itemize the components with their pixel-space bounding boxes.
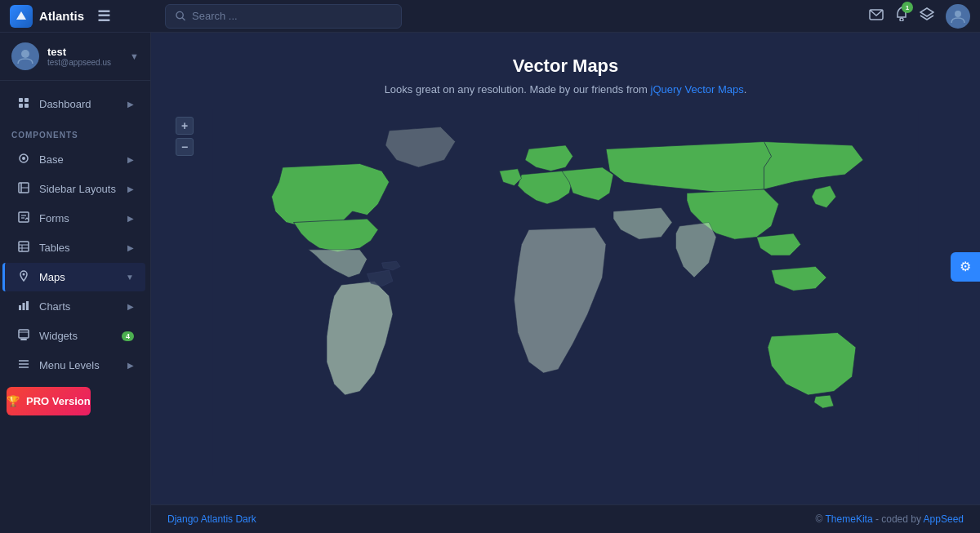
page-title: Vector Maps (167, 56, 964, 77)
settings-icon: ⚙ (960, 259, 971, 274)
widgets-label: Widgets (39, 330, 114, 342)
sidebar-item-widgets[interactable]: Widgets 4 (5, 322, 145, 350)
dashboard-icon (16, 97, 31, 111)
sidebar-item-maps[interactable]: Maps ▼ (2, 263, 145, 291)
svg-rect-26 (23, 303, 25, 310)
svg-rect-25 (19, 305, 21, 310)
maps-label: Maps (39, 271, 118, 283)
tables-icon (16, 241, 31, 255)
appseed-link[interactable]: AppSeed (924, 513, 964, 525)
pro-icon: 🏆 (7, 395, 20, 407)
notification-icon[interactable]: 1 (895, 7, 908, 25)
svg-rect-17 (19, 212, 29, 222)
svg-marker-0 (16, 11, 26, 20)
svg-point-7 (21, 50, 29, 58)
components-section-label: COMPONENTS (0, 119, 150, 144)
user-name: test (47, 46, 122, 58)
sidebar: test test@appseed.us ▼ Dashboard ▶ (0, 33, 151, 533)
user-avatar (11, 42, 39, 70)
charts-chevron-icon: ▶ (127, 302, 134, 311)
menu-toggle[interactable]: ☰ (97, 7, 110, 25)
themekita-link[interactable]: ThemeKita (826, 513, 873, 525)
maps-icon (16, 270, 31, 284)
pro-label: PRO Version (26, 395, 91, 407)
svg-rect-28 (19, 330, 29, 338)
settings-fab-button[interactable]: ⚙ (951, 252, 980, 282)
svg-rect-10 (19, 104, 23, 108)
page-header: Vector Maps Looks great on any resolutio… (151, 33, 980, 109)
svg-point-4 (900, 18, 903, 21)
brand-name: Atlantis (39, 9, 84, 23)
sidebar-layouts-chevron-icon: ▶ (127, 184, 134, 193)
user-email: test@appseed.us (47, 58, 122, 67)
navbar: Atlantis ☰ 1 (0, 0, 980, 33)
footer-left-link[interactable]: Django Atlantis Dark (167, 513, 256, 525)
svg-rect-27 (26, 301, 29, 310)
user-info: test test@appseed.us (47, 46, 122, 67)
search-bar[interactable] (165, 4, 402, 29)
subtitle-text: Looks great on any resolution. Made by o… (385, 83, 648, 95)
notification-badge: 1 (902, 2, 913, 13)
sidebar-layouts-label: Sidebar Layouts (39, 183, 119, 195)
tables-chevron-icon: ▶ (127, 243, 134, 252)
jquery-vector-maps-link[interactable]: jQuery Vector Maps (651, 83, 744, 95)
charts-icon (16, 300, 31, 313)
maps-chevron-icon: ▼ (126, 273, 134, 282)
user-avatar-nav[interactable] (946, 4, 970, 29)
dashboard-label: Dashboard (39, 98, 119, 110)
dashboard-chevron-icon: ▶ (127, 100, 134, 109)
svg-rect-30 (20, 339, 27, 340)
sidebar-layouts-icon (16, 182, 31, 196)
svg-point-6 (955, 11, 961, 17)
sidebar-item-menu-levels[interactable]: Menu Levels ▶ (5, 351, 145, 379)
world-map (167, 109, 964, 476)
base-icon (16, 153, 31, 167)
sidebar-nav: Dashboard ▶ COMPONENTS Base ▶ (0, 81, 150, 533)
page-subtitle: Looks great on any resolution. Made by o… (167, 83, 964, 95)
sidebar-item-sidebar-layouts[interactable]: Sidebar Layouts ▶ (5, 175, 145, 203)
forms-label: Forms (39, 212, 119, 224)
brand-icon (10, 5, 33, 28)
svg-line-2 (182, 18, 185, 20)
widgets-icon (16, 329, 31, 343)
sidebar-item-charts[interactable]: Charts ▶ (5, 292, 145, 321)
world-map-svg (167, 109, 964, 476)
footer-right: © ThemeKita - coded by AppSeed (816, 513, 964, 525)
email-icon[interactable] (869, 8, 884, 24)
navbar-right: 1 (869, 4, 970, 29)
tables-label: Tables (39, 242, 119, 254)
map-zoom-out-button[interactable]: − (176, 138, 194, 156)
base-label: Base (39, 153, 119, 166)
forms-icon (16, 211, 31, 225)
content-area: Vector Maps Looks great on any resolutio… (151, 33, 980, 533)
svg-marker-5 (920, 8, 933, 16)
svg-point-13 (22, 157, 25, 160)
map-zoom-in-button[interactable]: + (176, 117, 194, 135)
map-container: + − (151, 109, 980, 504)
sidebar-item-forms[interactable]: Forms ▶ (5, 204, 145, 233)
menu-levels-label: Menu Levels (39, 359, 119, 371)
sidebar-item-tables[interactable]: Tables ▶ (5, 233, 145, 262)
layers-icon[interactable] (920, 7, 934, 24)
pro-version-button[interactable]: 🏆 PRO Version (7, 387, 91, 415)
svg-point-24 (23, 273, 25, 276)
user-chevron-icon: ▼ (130, 51, 139, 61)
footer: Django Atlantis Dark © ThemeKita - coded… (151, 504, 980, 533)
forms-chevron-icon: ▶ (127, 214, 134, 223)
main-layout: test test@appseed.us ▼ Dashboard ▶ (0, 33, 980, 533)
svg-rect-9 (24, 98, 29, 102)
sidebar-item-base[interactable]: Base ▶ (5, 145, 145, 174)
base-chevron-icon: ▶ (127, 155, 134, 164)
menu-levels-icon (16, 358, 31, 371)
search-icon (176, 11, 185, 21)
svg-rect-20 (19, 242, 29, 251)
svg-rect-8 (19, 98, 23, 102)
user-section[interactable]: test test@appseed.us ▼ (0, 33, 150, 81)
menu-levels-chevron-icon: ▶ (127, 361, 134, 370)
charts-label: Charts (39, 300, 119, 313)
sidebar-item-dashboard[interactable]: Dashboard ▶ (5, 90, 145, 118)
brand: Atlantis ☰ (10, 5, 157, 28)
svg-rect-11 (24, 104, 29, 108)
search-input[interactable] (192, 10, 391, 22)
widgets-badge: 4 (122, 331, 134, 341)
